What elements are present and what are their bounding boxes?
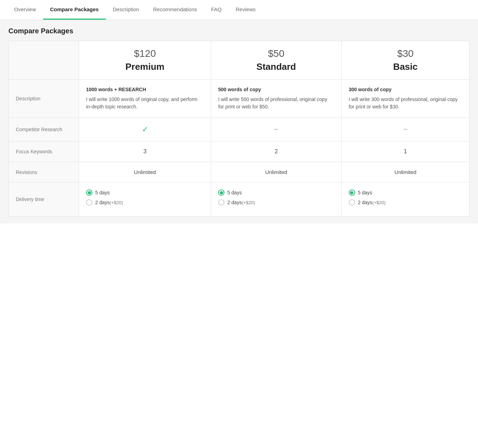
basic-5days-option[interactable]: 5 days bbox=[349, 189, 462, 196]
standard-description: 500 words of copy I will write 500 words… bbox=[211, 80, 341, 118]
basic-revisions: Unlimited bbox=[341, 162, 469, 182]
standard-5days-radio[interactable] bbox=[218, 189, 224, 196]
description-row: Description 1000 words + RESEARCH I will… bbox=[9, 80, 470, 118]
premium-keywords-value: 3 bbox=[143, 148, 146, 154]
nav-tab-overview[interactable]: Overview bbox=[7, 0, 43, 20]
basic-5days-label: 5 days bbox=[358, 190, 372, 195]
basic-5days-radio[interactable] bbox=[349, 189, 355, 196]
delivery-time-row: Delivery time 5 days 2 days (+$20) bbox=[9, 182, 470, 216]
standard-delivery: 5 days 2 days (+$20) bbox=[211, 182, 341, 216]
focus-keywords-row: Focus Keywords 3 2 1 bbox=[9, 141, 470, 162]
dash-icon: – bbox=[404, 125, 407, 133]
competitor-research-row: Competitor Research ✓ – – bbox=[9, 118, 470, 141]
check-icon: ✓ bbox=[142, 125, 148, 134]
premium-competitor-research: ✓ bbox=[79, 118, 211, 141]
premium-2days-option[interactable]: 2 days (+$20) bbox=[86, 199, 204, 206]
nav-tab-compare-packages[interactable]: Compare Packages bbox=[43, 0, 106, 20]
standard-2days-radio[interactable] bbox=[218, 199, 224, 206]
basic-2days-radio[interactable] bbox=[349, 199, 355, 206]
premium-price: $120 bbox=[86, 48, 204, 59]
premium-name: Premium bbox=[86, 61, 204, 72]
revisions-row: Revisions Unlimited Unlimited Unlimited bbox=[9, 162, 470, 182]
basic-desc-body: I will write 300 words of professional, … bbox=[349, 96, 462, 111]
premium-revisions-value: Unlimited bbox=[134, 169, 156, 175]
competitor-research-label: Competitor Research bbox=[9, 118, 79, 141]
nav-tabs: OverviewCompare PackagesDescriptionRecom… bbox=[0, 0, 478, 20]
basic-focus-keywords: 1 bbox=[341, 141, 469, 162]
standard-2days-extra: (+$20) bbox=[242, 200, 255, 205]
premium-desc-body: I will write 1000 words of original copy… bbox=[86, 96, 204, 111]
premium-2days-radio[interactable] bbox=[86, 199, 92, 206]
standard-price: $50 bbox=[218, 48, 334, 59]
premium-5days-radio[interactable] bbox=[86, 189, 92, 196]
premium-delivery: 5 days 2 days (+$20) bbox=[79, 182, 211, 216]
compare-table: $120 Premium $50 Standard $30 Basic Desc… bbox=[8, 41, 470, 216]
standard-desc-body: I will write 500 words of professional, … bbox=[218, 96, 334, 111]
empty-header bbox=[9, 41, 79, 80]
basic-description: 300 words of copy I will write 300 words… bbox=[341, 80, 469, 118]
premium-focus-keywords: 3 bbox=[79, 141, 211, 162]
premium-2days-extra: (+$20) bbox=[110, 200, 123, 205]
basic-2days-extra: (+$20) bbox=[372, 200, 386, 205]
standard-competitor-research: – bbox=[211, 118, 341, 141]
description-label: Description bbox=[9, 80, 79, 118]
nav-tab-faq[interactable]: FAQ bbox=[204, 0, 229, 20]
standard-focus-keywords: 2 bbox=[211, 141, 341, 162]
basic-price: $30 bbox=[349, 48, 462, 59]
nav-tab-reviews[interactable]: Reviews bbox=[229, 0, 263, 20]
standard-header: $50 Standard bbox=[211, 41, 341, 80]
standard-2days-label: 2 days bbox=[227, 200, 242, 205]
standard-5days-label: 5 days bbox=[227, 190, 242, 195]
premium-2days-label: 2 days bbox=[95, 200, 110, 205]
basic-keywords-value: 1 bbox=[404, 148, 407, 154]
premium-header: $120 Premium bbox=[79, 41, 211, 80]
premium-description: 1000 words + RESEARCH I will write 1000 … bbox=[79, 80, 211, 118]
basic-2days-option[interactable]: 2 days (+$20) bbox=[349, 199, 462, 206]
focus-keywords-label: Focus Keywords bbox=[9, 141, 79, 162]
basic-2days-label: 2 days bbox=[358, 200, 372, 205]
standard-keywords-value: 2 bbox=[275, 148, 278, 154]
basic-header: $30 Basic bbox=[341, 41, 469, 80]
basic-competitor-research: – bbox=[341, 118, 469, 141]
page-title: Compare Packages bbox=[8, 27, 470, 35]
standard-5days-option[interactable]: 5 days bbox=[218, 189, 334, 196]
revisions-label: Revisions bbox=[9, 162, 79, 182]
standard-revisions-value: Unlimited bbox=[265, 169, 287, 175]
premium-5days-label: 5 days bbox=[95, 190, 110, 195]
basic-revisions-value: Unlimited bbox=[394, 169, 417, 175]
nav-tab-description[interactable]: Description bbox=[106, 0, 146, 20]
nav-tab-recommendations[interactable]: Recommendations bbox=[146, 0, 204, 20]
standard-name: Standard bbox=[218, 61, 334, 72]
basic-delivery: 5 days 2 days (+$20) bbox=[341, 182, 469, 216]
standard-desc-title: 500 words of copy bbox=[218, 87, 334, 92]
premium-5days-option[interactable]: 5 days bbox=[86, 189, 204, 196]
delivery-time-label: Delivery time bbox=[9, 182, 79, 216]
basic-desc-title: 300 words of copy bbox=[349, 87, 462, 92]
standard-revisions: Unlimited bbox=[211, 162, 341, 182]
premium-desc-title: 1000 words + RESEARCH bbox=[86, 87, 204, 92]
basic-name: Basic bbox=[349, 61, 462, 72]
dash-icon: – bbox=[274, 125, 278, 133]
standard-2days-option[interactable]: 2 days (+$20) bbox=[218, 199, 334, 206]
premium-revisions: Unlimited bbox=[79, 162, 211, 182]
